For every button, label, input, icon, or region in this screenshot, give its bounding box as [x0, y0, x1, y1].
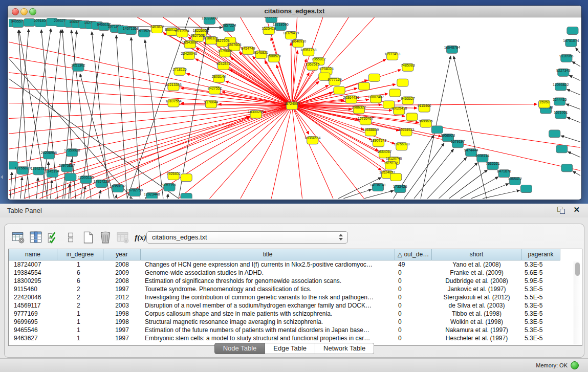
table-cell[interactable]: 0: [395, 269, 432, 277]
graph-node[interactable]: 9777169: [328, 78, 341, 85]
graph-node[interactable]: [334, 86, 345, 94]
table-cell[interactable]: Wolkin et al. (1998): [432, 318, 521, 326]
table-scrollbar-thumb[interactable]: [575, 262, 580, 276]
table-cell[interactable]: 5.3E-5: [521, 301, 560, 310]
column-header-outde[interactable]: △ out_de…: [395, 249, 432, 260]
table-cell[interactable]: Changes of HCN gene expression and I(f) …: [141, 260, 395, 269]
table-cell[interactable]: Investigating the contribution of common…: [141, 293, 395, 301]
table-row[interactable]: 977716911998Corpus callosum shape and si…: [9, 310, 582, 318]
graph-node[interactable]: [549, 130, 560, 138]
table-cell[interactable]: Jankovic et al. (1997): [432, 285, 521, 293]
graph-node[interactable]: 7632621: [486, 162, 499, 169]
graph-node[interactable]: [181, 193, 192, 199]
table-cell[interactable]: 0: [395, 285, 432, 293]
table-cell[interactable]: 0: [395, 301, 432, 310]
graph-node[interactable]: 11973493: [384, 52, 400, 60]
table-cell[interactable]: 9777169: [9, 310, 57, 318]
table-cell[interactable]: 9465546: [9, 326, 57, 334]
unselect-all-rows-button[interactable]: [62, 230, 79, 244]
graph-node[interactable]: 12923448: [144, 192, 160, 199]
graph-node[interactable]: 12213393: [165, 83, 181, 91]
graph-node[interactable]: 8912954: [175, 29, 189, 37]
graph-node[interactable]: 12505135: [78, 176, 94, 183]
graph-node[interactable]: 2935114: [475, 154, 489, 162]
table-cell[interactable]: 19384554: [9, 269, 57, 277]
graph-node[interactable]: [556, 145, 568, 153]
table-cell[interactable]: 1997: [103, 285, 141, 293]
graph-node[interactable]: 18107554: [165, 99, 181, 107]
graph-node[interactable]: 1588520: [267, 54, 281, 62]
table-cell[interactable]: Estimation of the future numbers of pati…: [141, 326, 395, 334]
table-cell[interactable]: 6: [57, 269, 103, 277]
table-source-select[interactable]: citations_edges.txt: [146, 231, 348, 244]
window-titlebar[interactable]: citations_edges.txt: [8, 6, 581, 17]
graph-node[interactable]: [567, 27, 578, 34]
table-cell[interactable]: 5.3E-5: [521, 326, 560, 334]
table-cell[interactable]: Stergiakouli et al. (2012): [432, 293, 521, 301]
table-row[interactable]: 1830029562008Estimation of significance …: [9, 277, 582, 285]
graph-node[interactable]: 8454749: [241, 47, 255, 54]
column-visibility-button[interactable]: [28, 230, 44, 244]
select-all-rows-button[interactable]: [45, 230, 61, 244]
table-cell[interactable]: 5.3E-5: [521, 310, 560, 318]
graph-node[interactable]: 9115460: [418, 104, 431, 112]
graph-node[interactable]: [389, 89, 401, 97]
table-cell[interactable]: 5.3E-5: [521, 318, 560, 326]
graph-node[interactable]: 9175685: [218, 49, 232, 57]
memory-status-indicator[interactable]: [571, 361, 579, 369]
table-cell[interactable]: 22420046: [9, 293, 57, 301]
graph-hub-node[interactable]: 18724007: [284, 102, 300, 110]
table-cell[interactable]: Hescheler et al. (1997): [432, 334, 521, 342]
graph-node[interactable]: 2718126: [172, 68, 186, 75]
graph-node[interactable]: 16958107: [110, 184, 126, 192]
table-row[interactable]: 2242004622012Investigating the contribut…: [9, 293, 582, 301]
table-cell[interactable]: 5.3E-5: [521, 260, 560, 269]
graph-node[interactable]: 10688609: [363, 128, 379, 136]
table-cell[interactable]: Genome-wide association studies in ADHD.: [141, 269, 395, 277]
table-cell[interactable]: 6: [57, 277, 103, 285]
graph-node[interactable]: 30975887: [59, 164, 75, 171]
table-cell[interactable]: 1: [57, 260, 103, 269]
table-cell[interactable]: Disruption of a novel member of a sodium…: [141, 301, 395, 310]
table-cell[interactable]: de Silva et al. (2003): [432, 301, 521, 310]
table-cell[interactable]: Embryonic stem cells: a model to study s…: [141, 334, 395, 342]
table-cell[interactable]: Nakamura et al. (1997): [432, 326, 521, 334]
table-cell[interactable]: 0: [395, 334, 432, 342]
graph-node[interactable]: 1145194: [46, 169, 59, 177]
close-panel-button[interactable]: ✕: [573, 205, 580, 214]
graph-node[interactable]: [561, 164, 573, 172]
graph-node[interactable]: 16033809: [202, 17, 217, 24]
table-cell[interactable]: 2012: [103, 293, 141, 301]
graph-node[interactable]: 7857224: [222, 24, 236, 31]
column-header-year[interactable]: year: [103, 249, 141, 260]
column-header-name[interactable]: name: [9, 249, 57, 260]
panel-grip-icon[interactable]: [1, 175, 3, 179]
graph-node[interactable]: 1065412: [508, 177, 522, 185]
network-canvas[interactable]: 9405571209140620937191106532871527602646…: [9, 17, 580, 199]
table-cell[interactable]: 1997: [103, 334, 141, 342]
column-header-pagerank[interactable]: pagerank: [521, 249, 560, 260]
graph-node[interactable]: 9146821: [254, 51, 268, 58]
table-row[interactable]: 1938455462009Genome-wide association stu…: [9, 269, 582, 277]
graph-node[interactable]: 22420046: [181, 52, 197, 59]
table-cell[interactable]: 18724007: [9, 260, 57, 269]
graph-node[interactable]: 7463822: [150, 25, 164, 33]
graph-node[interactable]: 19756928: [394, 142, 409, 150]
table-cell[interactable]: 1: [57, 310, 103, 318]
graph-node[interactable]: [358, 82, 369, 90]
table-row[interactable]: 946554611997Estimation of the future num…: [9, 326, 582, 334]
graph-node[interactable]: 10025418: [391, 107, 407, 115]
graph-node[interactable]: [397, 79, 408, 86]
float-panel-button[interactable]: [557, 207, 565, 214]
graph-node[interactable]: 19751074: [563, 39, 579, 47]
graph-node[interactable]: 18325419: [283, 31, 299, 39]
graph-node[interactable]: 18300295: [248, 110, 264, 118]
table-cell[interactable]: 5.3E-5: [521, 285, 560, 293]
graph-node[interactable]: 20206956: [41, 151, 57, 159]
table-cell[interactable]: 0: [395, 277, 432, 285]
graph-node[interactable]: 1362615: [306, 62, 319, 70]
table-cell[interactable]: 2: [57, 301, 103, 310]
graph-node[interactable]: 1621061: [554, 111, 568, 118]
graph-node[interactable]: 9857791: [162, 183, 176, 191]
table-cell[interactable]: Tourette syndrome. Phenomenology and cla…: [141, 285, 395, 293]
